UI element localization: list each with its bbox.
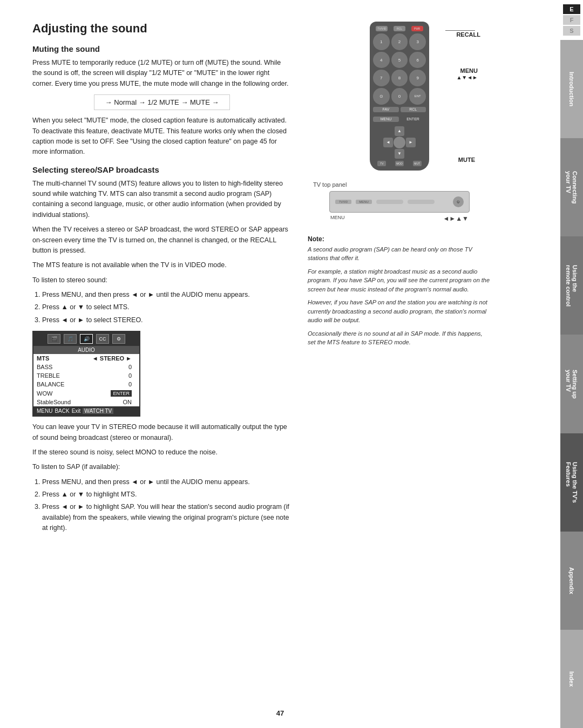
tab-using-remote[interactable]: Using theremote control — [560, 236, 583, 335]
tab-features-label: Using the TV'sFeatures — [565, 462, 578, 503]
right-column: RECALL MENU ▲▼◄► MUTE TV/VID RCL PWR — [308, 22, 491, 351]
panel-arrows: ◄►▲▼ — [443, 215, 469, 222]
arrow-diagram: → Normal → 1/2 MUTE → MUTE → — [94, 94, 231, 110]
muting-heading: Muting the sound — [32, 44, 292, 53]
menu-enter-area: MENU ENTER — [373, 117, 426, 124]
num-6: 6 — [409, 52, 426, 69]
stereo-para2: When the TV receives a stereo or SAP bro… — [32, 224, 292, 256]
bass-label: BASS — [33, 363, 80, 371]
mute-btn: MUT — [413, 161, 422, 166]
recall-btn: RCL — [394, 26, 405, 31]
tv-panel: TV/VID MENU ⏻ — [329, 191, 470, 213]
num-1: 1 — [373, 33, 390, 50]
col-name: MTS — [33, 354, 80, 363]
muting-para1: Press MUTE to temporarily reduce (1/2 MU… — [32, 58, 292, 89]
tv-top-panel-section: TV top panel TV/VID MENU ⏻ MENU ◄►▲▼ — [308, 181, 491, 227]
note-item-1: A second audio program (SAP) can be hear… — [308, 245, 491, 263]
audio-row-wow: WOW ENTER — [33, 389, 139, 398]
wide-buttons-row: FAV RCL — [373, 107, 426, 114]
treble-label: TREBLE — [33, 371, 80, 380]
num-5: 5 — [391, 52, 408, 69]
tab-connecting[interactable]: Connectingyour TV — [560, 138, 583, 236]
nav-menu: MENU — [37, 408, 52, 414]
note-title: Note: — [308, 235, 491, 243]
enter-wide-btn: ENTER — [400, 117, 426, 122]
tv-btn: TV — [377, 161, 386, 166]
power-btn: PWR — [411, 26, 423, 31]
muting-para2: When you select "MUTE" mode, the closed … — [32, 115, 292, 158]
stereo-step-1: Press MENU, and then press ◄ or ► until … — [42, 290, 292, 300]
main-content: Adjusting the sound Muting the sound Pre… — [0, 0, 560, 728]
number-grid: 1 2 3 4 5 6 7 8 9 ⊙ 0 ENT — [373, 33, 426, 105]
icon-speaker: 🔊 — [80, 334, 93, 344]
power-panel-btn: ⏻ — [453, 196, 464, 207]
tv-top-panel-label: TV top panel — [308, 181, 491, 188]
stable-label: StableSound — [33, 398, 80, 406]
recall-wide-btn: RCL — [401, 107, 426, 112]
audio-menu: 🎬 🎵 🔊 CC ⚙ AUDIO MTS ◄ STEREO ► BASS 0 T… — [32, 331, 140, 417]
tab-setting-up[interactable]: Setting upyour TV — [560, 335, 583, 433]
stereo-para3: The MTS feature is not available when th… — [32, 260, 292, 270]
audio-row-balance: BALANCE 0 — [33, 380, 139, 389]
mute-label: MUTE — [458, 157, 475, 163]
icon-film: 🎬 — [48, 334, 60, 344]
tv-panel-container: TV/VID MENU ⏻ MENU ◄►▲▼ — [308, 191, 491, 227]
tab-appendix[interactable]: Appendix — [560, 532, 583, 630]
letter-s: S — [563, 26, 580, 36]
sap-step-3: Press ◄ or ► to highlight SAP. You will … — [42, 502, 292, 533]
audio-row-treble: TREBLE 0 — [33, 371, 139, 380]
wow-value: ENTER — [80, 389, 139, 398]
listen-sap-label: To listen to SAP (if available): — [32, 462, 292, 472]
num-circ0: ⊙ — [373, 88, 390, 105]
note-item-4: Occasionally there is no sound at all in… — [308, 329, 491, 347]
treble-value: 0 — [80, 371, 139, 380]
sap-step-1: Press MENU, and then press ◄ or ► until … — [42, 477, 292, 487]
stereo-step-2: Press ▲ or ▼ to select MTS. — [42, 302, 292, 312]
col-value: ◄ STEREO ► — [80, 354, 139, 363]
audio-menu-icons: 🎬 🎵 🔊 CC ⚙ — [33, 332, 139, 346]
note-item-3: However, if you have SAP on and the stat… — [308, 298, 491, 325]
tab-features[interactable]: Using the TV'sFeatures — [560, 433, 583, 532]
tab-introduction[interactable]: Introduction — [560, 40, 583, 138]
tab-connecting-label: Connectingyour TV — [565, 171, 578, 204]
num-9: 9 — [409, 70, 426, 86]
balance-label: BALANCE — [33, 380, 80, 389]
stable-value: ON — [80, 398, 139, 406]
stereo-heading: Selecting stereo/SAP broadcasts — [32, 165, 292, 174]
sidebar-top-letters: E F S — [560, 0, 583, 40]
listen-stereo-label: To listen to stereo sound: — [32, 275, 292, 285]
num-7: 7 — [373, 70, 390, 86]
note-section: Note: A second audio program (SAP) can b… — [308, 235, 491, 347]
tab-index[interactable]: Index — [560, 630, 583, 728]
recall-label: RECALL — [456, 31, 480, 38]
recall-line — [445, 30, 475, 31]
nav-watch-tv: WATCH TV — [83, 408, 113, 414]
fav-btn: FAV — [373, 107, 399, 112]
arrows-label: ▲▼◄► — [456, 74, 478, 80]
audio-row-bass: BASS 0 — [33, 363, 139, 371]
stereo-para4: You can leave your TV in STEREO mode bec… — [32, 422, 292, 443]
remote-top-buttons: TV/VID RCL PWR — [373, 26, 426, 31]
sidebar: E F S Introduction Connectingyour TV Usi… — [560, 0, 583, 728]
dpad-center — [394, 137, 405, 148]
letter-f: F — [563, 15, 580, 25]
wow-label: WOW — [33, 389, 80, 398]
menu-panel-btn: MENU — [356, 200, 372, 204]
tab-using-remote-label: Using theremote control — [565, 265, 578, 307]
num-3: 3 — [409, 33, 426, 50]
bass-value: 0 — [80, 363, 139, 371]
num-ent: ENT — [409, 88, 426, 105]
dpad-up: ▲ — [395, 126, 404, 136]
nav-back: BACK — [55, 408, 69, 414]
dpad: ▲ ▼ ◄ ► — [383, 126, 416, 159]
remote-bottom-buttons: TV MOD MUT — [373, 161, 426, 166]
mood-btn: MOD — [395, 161, 404, 166]
num-4: 4 — [373, 52, 390, 69]
arrow-diagram-text: → Normal → 1/2 MUTE → MUTE → — [105, 98, 219, 106]
num-2: 2 — [391, 33, 408, 50]
icon-cc: CC — [96, 334, 109, 344]
remote-illustration: RECALL MENU ▲▼◄► MUTE TV/VID RCL PWR — [308, 22, 491, 171]
remote-wrapper: RECALL MENU ▲▼◄► MUTE TV/VID RCL PWR — [356, 22, 443, 171]
num-8: 8 — [391, 70, 408, 86]
nav-exit: Exit — [72, 408, 81, 414]
